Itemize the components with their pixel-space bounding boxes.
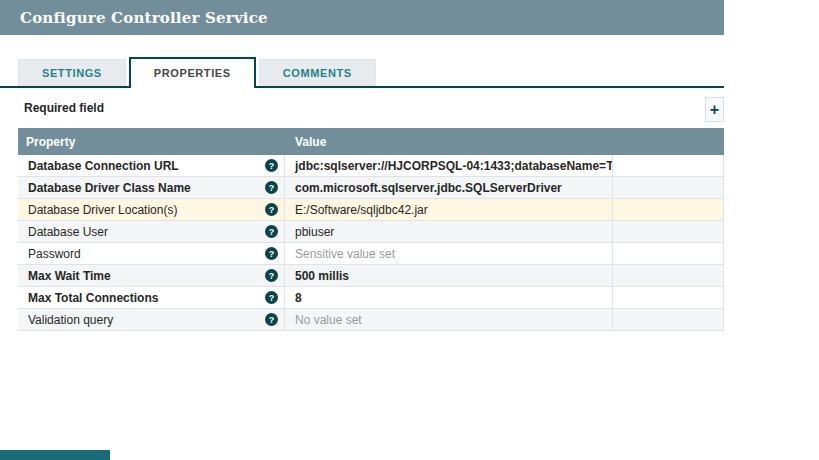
table-row[interactable]: Database Connection URL ? jdbc:sqlserver… xyxy=(18,155,724,177)
table-row[interactable]: Validation query ? No value set xyxy=(18,309,724,331)
row-spacer xyxy=(613,199,724,220)
property-value[interactable]: No value set xyxy=(285,309,613,330)
property-cell: Max Wait Time ? xyxy=(18,265,285,286)
property-name: Database Connection URL xyxy=(28,159,265,173)
dialog-titlebar: Configure Controller Service xyxy=(0,0,724,35)
canvas-fragment xyxy=(0,450,110,460)
tab-bar: SETTINGS PROPERTIES COMMENTS xyxy=(0,57,724,88)
table-row[interactable]: Password ? Sensitive value set xyxy=(18,243,724,265)
help-icon[interactable]: ? xyxy=(265,181,278,194)
property-name: Database Driver Location(s) xyxy=(28,203,265,217)
property-name: Validation query xyxy=(28,313,265,327)
row-spacer xyxy=(613,221,724,242)
row-spacer xyxy=(613,243,724,264)
property-value[interactable]: jdbc:sqlserver://HJCORPSQL-04:1433;datab… xyxy=(285,155,613,176)
tab-properties[interactable]: PROPERTIES xyxy=(129,57,256,88)
property-name: Max Wait Time xyxy=(28,269,265,283)
properties-table: Property Value Database Connection URL ?… xyxy=(18,128,724,331)
property-value[interactable]: Sensitive value set xyxy=(285,243,613,264)
table-toolbar: Required field + xyxy=(0,97,724,121)
property-cell: Validation query ? xyxy=(18,309,285,330)
table-header-row: Property Value xyxy=(18,128,724,155)
property-value[interactable]: E:/Software/sqljdbc42.jar xyxy=(285,199,613,220)
property-cell: Max Total Connections ? xyxy=(18,287,285,308)
property-value[interactable]: com.microsoft.sqlserver.jdbc.SQLServerDr… xyxy=(285,177,613,198)
help-icon[interactable]: ? xyxy=(265,203,278,216)
property-name: Database User xyxy=(28,225,265,239)
help-icon[interactable]: ? xyxy=(265,247,278,260)
add-property-button[interactable]: + xyxy=(705,97,724,122)
property-name: Password xyxy=(28,247,265,261)
table-row[interactable]: Database Driver Class Name ? com.microso… xyxy=(18,177,724,199)
tab-settings[interactable]: SETTINGS xyxy=(18,59,126,86)
row-spacer xyxy=(613,309,724,330)
table-row[interactable]: Max Total Connections ? 8 xyxy=(18,287,724,309)
table-row[interactable]: Database User ? pbiuser xyxy=(18,221,724,243)
table-row[interactable]: Max Wait Time ? 500 millis xyxy=(18,265,724,287)
table-body: Database Connection URL ? jdbc:sqlserver… xyxy=(18,155,724,331)
property-name: Database Driver Class Name xyxy=(28,181,265,195)
property-cell: Database Driver Location(s) ? xyxy=(18,199,285,220)
row-spacer xyxy=(613,287,724,308)
row-spacer xyxy=(613,177,724,198)
plus-icon: + xyxy=(710,102,719,118)
property-cell: Database Connection URL ? xyxy=(18,155,285,176)
tab-comments[interactable]: COMMENTS xyxy=(259,59,376,86)
help-icon[interactable]: ? xyxy=(265,159,278,172)
required-field-label: Required field xyxy=(24,101,104,115)
help-icon[interactable]: ? xyxy=(265,291,278,304)
table-row[interactable]: Database Driver Location(s) ? E:/Softwar… xyxy=(18,199,724,221)
property-cell: Password ? xyxy=(18,243,285,264)
property-cell: Database User ? xyxy=(18,221,285,242)
help-icon[interactable]: ? xyxy=(265,225,278,238)
configure-controller-service-dialog: Configure Controller Service SETTINGS PR… xyxy=(0,0,724,331)
row-spacer xyxy=(613,155,724,176)
property-value[interactable]: 500 millis xyxy=(285,265,613,286)
property-value[interactable]: 8 xyxy=(285,287,613,308)
column-header-property: Property xyxy=(18,128,285,155)
property-value[interactable]: pbiuser xyxy=(285,221,613,242)
help-icon[interactable]: ? xyxy=(265,313,278,326)
property-cell: Database Driver Class Name ? xyxy=(18,177,285,198)
dialog-title: Configure Controller Service xyxy=(20,9,268,27)
column-header-value: Value xyxy=(285,128,724,155)
row-spacer xyxy=(613,265,724,286)
property-name: Max Total Connections xyxy=(28,291,265,305)
help-icon[interactable]: ? xyxy=(265,269,278,282)
